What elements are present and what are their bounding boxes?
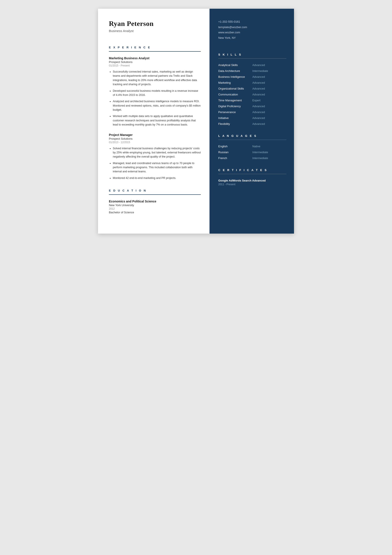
left-column: Ryan Peterson Business Analyst E X P E R… — [98, 9, 209, 234]
education-title: E D U C A T I O N — [109, 189, 201, 192]
dates-1: 01/2015 - Present — [109, 64, 201, 67]
bullets-2: Solved internal financial business chall… — [109, 146, 201, 180]
company-1: Prospect Solutions — [109, 60, 201, 64]
certificates-title: C E R T I F I C A T E S — [218, 168, 286, 172]
bullet-1-4: Worked with multiple data sets to apply … — [113, 114, 201, 127]
candidate-title: Business Analyst — [109, 29, 201, 33]
right-column: +1-202-555-0161 template@wozber.com www.… — [209, 9, 294, 234]
certificates-section: C E R T I F I C A T E S Google AdWords S… — [218, 168, 286, 186]
skill-row-10: Flexibility Advanced — [218, 122, 286, 125]
lang-row-0: English Native — [218, 145, 286, 148]
header-left: Ryan Peterson Business Analyst — [109, 20, 201, 33]
job-title-2: Project Manager — [109, 133, 201, 137]
company-2: Prospect Solutions — [109, 137, 201, 140]
edu-school: New York University — [109, 204, 201, 207]
languages-section: L A N G U A G E S English Native Russian… — [218, 134, 286, 160]
bullet-2-2: Managed, lead and coordinated various te… — [113, 161, 201, 174]
cert-title-0: Google AdWords Search Advanced — [218, 179, 286, 182]
skills-section: S K I L L S Analytical Skills Advanced D… — [218, 53, 286, 125]
job-item-1: Marketing Business Analyst Prospect Solu… — [109, 56, 201, 127]
experience-divider — [109, 51, 201, 52]
skill-row-3: Marketing Advanced — [218, 81, 286, 84]
experience-section: E X P E R I E N C E Marketing Business A… — [109, 46, 201, 180]
languages-title: L A N G U A G E S — [218, 134, 286, 138]
skill-row-5: Communication Advanced — [218, 93, 286, 96]
skill-row-1: Data Architecture Intermediate — [218, 69, 286, 73]
job-item-2: Project Manager Prospect Solutions 01/20… — [109, 133, 201, 180]
bullet-1-2: Developed successful business models res… — [113, 89, 201, 97]
education-section: E D U C A T I O N Economics and Politica… — [109, 189, 201, 214]
bullet-1-3: Analyzed and architected business intell… — [113, 99, 201, 112]
contact-email: template@wozber.com — [218, 25, 286, 29]
contact-section: +1-202-555-0161 template@wozber.com www.… — [218, 20, 286, 40]
languages-divider — [218, 140, 286, 140]
bullet-1-1: Successfully connected internal sales, m… — [113, 70, 201, 87]
edu-degree: Economics and Political Science — [109, 200, 201, 203]
cert-date-0: 2011 - Present — [218, 183, 286, 186]
edu-year: 2012 — [109, 207, 201, 210]
edu-type: Bachelor of Science — [109, 211, 201, 214]
education-divider — [109, 194, 201, 195]
skill-row-4: Organizational Skills Advanced — [218, 87, 286, 90]
skills-title: S K I L L S — [218, 53, 286, 56]
contact-location: New York, NY — [218, 36, 286, 40]
contact-phone: +1-202-555-0161 — [218, 20, 286, 24]
skill-row-2: Business Intelligence Advanced — [218, 75, 286, 79]
candidate-name: Ryan Peterson — [109, 20, 201, 28]
skill-row-6: Time Management Expert — [218, 99, 286, 102]
bullet-2-3: Monitored 42 end-to-end marketing and PR… — [113, 176, 201, 180]
lang-row-2: French Intermediate — [218, 156, 286, 160]
skill-row-7: Digital Proficiency Advanced — [218, 105, 286, 108]
dates-2: 01/2013 - 12/2015 — [109, 141, 201, 144]
certificates-divider — [218, 174, 286, 174]
bullet-2-1: Solved internal financial business chall… — [113, 146, 201, 159]
experience-title: E X P E R I E N C E — [109, 46, 201, 49]
lang-row-1: Russian Intermediate — [218, 151, 286, 154]
cert-item-0: Google AdWords Search Advanced 2011 - Pr… — [218, 179, 286, 186]
skill-row-8: Perseverance Advanced — [218, 110, 286, 114]
bullets-1: Successfully connected internal sales, m… — [109, 70, 201, 127]
job-title-1: Marketing Business Analyst — [109, 56, 201, 60]
resume-document: Ryan Peterson Business Analyst E X P E R… — [98, 9, 294, 234]
edu-item-1: Economics and Political Science New York… — [109, 200, 201, 214]
skill-row-9: Initiative Advanced — [218, 116, 286, 120]
contact-website: www.wozber.com — [218, 30, 286, 35]
skill-row-0: Analytical Skills Advanced — [218, 63, 286, 67]
